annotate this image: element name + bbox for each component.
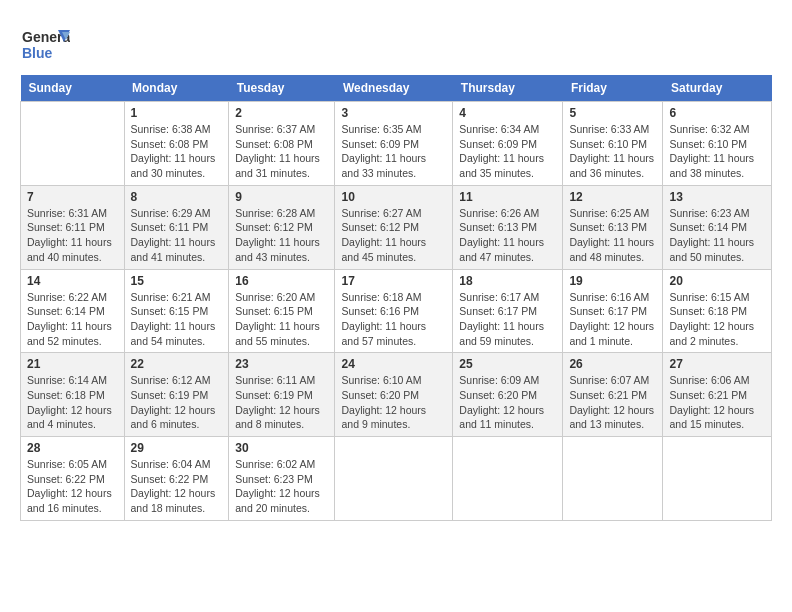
day-number: 13	[669, 190, 765, 204]
calendar-cell: 12Sunrise: 6:25 AMSunset: 6:13 PMDayligh…	[563, 185, 663, 269]
calendar-cell: 23Sunrise: 6:11 AMSunset: 6:19 PMDayligh…	[229, 353, 335, 437]
calendar-cell: 9Sunrise: 6:28 AMSunset: 6:12 PMDaylight…	[229, 185, 335, 269]
calendar-cell: 4Sunrise: 6:34 AMSunset: 6:09 PMDaylight…	[453, 102, 563, 186]
calendar-cell: 29Sunrise: 6:04 AMSunset: 6:22 PMDayligh…	[124, 437, 229, 521]
day-number: 23	[235, 357, 328, 371]
day-number: 18	[459, 274, 556, 288]
day-number: 27	[669, 357, 765, 371]
logo: General Blue	[20, 20, 70, 65]
calendar-cell: 13Sunrise: 6:23 AMSunset: 6:14 PMDayligh…	[663, 185, 772, 269]
calendar-cell: 5Sunrise: 6:33 AMSunset: 6:10 PMDaylight…	[563, 102, 663, 186]
day-detail: Sunrise: 6:20 AMSunset: 6:15 PMDaylight:…	[235, 290, 328, 349]
day-number: 14	[27, 274, 118, 288]
day-detail: Sunrise: 6:05 AMSunset: 6:22 PMDaylight:…	[27, 457, 118, 516]
day-detail: Sunrise: 6:23 AMSunset: 6:14 PMDaylight:…	[669, 206, 765, 265]
day-number: 29	[131, 441, 223, 455]
day-detail: Sunrise: 6:10 AMSunset: 6:20 PMDaylight:…	[341, 373, 446, 432]
day-number: 6	[669, 106, 765, 120]
calendar-cell	[663, 437, 772, 521]
calendar-cell: 21Sunrise: 6:14 AMSunset: 6:18 PMDayligh…	[21, 353, 125, 437]
calendar-cell: 24Sunrise: 6:10 AMSunset: 6:20 PMDayligh…	[335, 353, 453, 437]
calendar-week-5: 28Sunrise: 6:05 AMSunset: 6:22 PMDayligh…	[21, 437, 772, 521]
day-number: 7	[27, 190, 118, 204]
day-number: 17	[341, 274, 446, 288]
calendar-cell: 2Sunrise: 6:37 AMSunset: 6:08 PMDaylight…	[229, 102, 335, 186]
calendar-cell: 11Sunrise: 6:26 AMSunset: 6:13 PMDayligh…	[453, 185, 563, 269]
calendar-cell: 22Sunrise: 6:12 AMSunset: 6:19 PMDayligh…	[124, 353, 229, 437]
day-number: 16	[235, 274, 328, 288]
calendar-table: SundayMondayTuesdayWednesdayThursdayFrid…	[20, 75, 772, 521]
day-number: 10	[341, 190, 446, 204]
calendar-cell: 3Sunrise: 6:35 AMSunset: 6:09 PMDaylight…	[335, 102, 453, 186]
calendar-cell: 14Sunrise: 6:22 AMSunset: 6:14 PMDayligh…	[21, 269, 125, 353]
day-number: 4	[459, 106, 556, 120]
day-detail: Sunrise: 6:27 AMSunset: 6:12 PMDaylight:…	[341, 206, 446, 265]
day-number: 9	[235, 190, 328, 204]
weekday-header-thursday: Thursday	[453, 75, 563, 102]
day-detail: Sunrise: 6:11 AMSunset: 6:19 PMDaylight:…	[235, 373, 328, 432]
calendar-cell	[453, 437, 563, 521]
day-number: 22	[131, 357, 223, 371]
day-detail: Sunrise: 6:04 AMSunset: 6:22 PMDaylight:…	[131, 457, 223, 516]
day-detail: Sunrise: 6:22 AMSunset: 6:14 PMDaylight:…	[27, 290, 118, 349]
weekday-header-wednesday: Wednesday	[335, 75, 453, 102]
calendar-cell: 1Sunrise: 6:38 AMSunset: 6:08 PMDaylight…	[124, 102, 229, 186]
day-number: 24	[341, 357, 446, 371]
day-number: 3	[341, 106, 446, 120]
day-number: 8	[131, 190, 223, 204]
calendar-cell: 30Sunrise: 6:02 AMSunset: 6:23 PMDayligh…	[229, 437, 335, 521]
day-detail: Sunrise: 6:02 AMSunset: 6:23 PMDaylight:…	[235, 457, 328, 516]
weekday-header-tuesday: Tuesday	[229, 75, 335, 102]
calendar-cell	[563, 437, 663, 521]
day-detail: Sunrise: 6:06 AMSunset: 6:21 PMDaylight:…	[669, 373, 765, 432]
calendar-cell: 27Sunrise: 6:06 AMSunset: 6:21 PMDayligh…	[663, 353, 772, 437]
day-number: 25	[459, 357, 556, 371]
day-detail: Sunrise: 6:34 AMSunset: 6:09 PMDaylight:…	[459, 122, 556, 181]
day-detail: Sunrise: 6:21 AMSunset: 6:15 PMDaylight:…	[131, 290, 223, 349]
day-number: 15	[131, 274, 223, 288]
day-detail: Sunrise: 6:32 AMSunset: 6:10 PMDaylight:…	[669, 122, 765, 181]
calendar-week-1: 1Sunrise: 6:38 AMSunset: 6:08 PMDaylight…	[21, 102, 772, 186]
day-number: 12	[569, 190, 656, 204]
day-detail: Sunrise: 6:26 AMSunset: 6:13 PMDaylight:…	[459, 206, 556, 265]
day-detail: Sunrise: 6:16 AMSunset: 6:17 PMDaylight:…	[569, 290, 656, 349]
calendar-cell: 19Sunrise: 6:16 AMSunset: 6:17 PMDayligh…	[563, 269, 663, 353]
day-number: 28	[27, 441, 118, 455]
calendar-cell: 16Sunrise: 6:20 AMSunset: 6:15 PMDayligh…	[229, 269, 335, 353]
calendar-week-4: 21Sunrise: 6:14 AMSunset: 6:18 PMDayligh…	[21, 353, 772, 437]
day-detail: Sunrise: 6:33 AMSunset: 6:10 PMDaylight:…	[569, 122, 656, 181]
day-detail: Sunrise: 6:09 AMSunset: 6:20 PMDaylight:…	[459, 373, 556, 432]
day-number: 30	[235, 441, 328, 455]
day-detail: Sunrise: 6:17 AMSunset: 6:17 PMDaylight:…	[459, 290, 556, 349]
calendar-cell	[335, 437, 453, 521]
calendar-cell: 6Sunrise: 6:32 AMSunset: 6:10 PMDaylight…	[663, 102, 772, 186]
page-header: General Blue	[20, 20, 772, 65]
day-detail: Sunrise: 6:12 AMSunset: 6:19 PMDaylight:…	[131, 373, 223, 432]
day-detail: Sunrise: 6:29 AMSunset: 6:11 PMDaylight:…	[131, 206, 223, 265]
day-number: 2	[235, 106, 328, 120]
day-detail: Sunrise: 6:35 AMSunset: 6:09 PMDaylight:…	[341, 122, 446, 181]
svg-text:Blue: Blue	[22, 45, 53, 61]
day-number: 19	[569, 274, 656, 288]
calendar-cell: 17Sunrise: 6:18 AMSunset: 6:16 PMDayligh…	[335, 269, 453, 353]
weekday-header-row: SundayMondayTuesdayWednesdayThursdayFrid…	[21, 75, 772, 102]
day-detail: Sunrise: 6:25 AMSunset: 6:13 PMDaylight:…	[569, 206, 656, 265]
calendar-cell: 15Sunrise: 6:21 AMSunset: 6:15 PMDayligh…	[124, 269, 229, 353]
calendar-cell: 25Sunrise: 6:09 AMSunset: 6:20 PMDayligh…	[453, 353, 563, 437]
weekday-header-friday: Friday	[563, 75, 663, 102]
day-detail: Sunrise: 6:18 AMSunset: 6:16 PMDaylight:…	[341, 290, 446, 349]
calendar-week-3: 14Sunrise: 6:22 AMSunset: 6:14 PMDayligh…	[21, 269, 772, 353]
weekday-header-monday: Monday	[124, 75, 229, 102]
day-number: 26	[569, 357, 656, 371]
day-number: 5	[569, 106, 656, 120]
calendar-cell: 18Sunrise: 6:17 AMSunset: 6:17 PMDayligh…	[453, 269, 563, 353]
calendar-cell: 20Sunrise: 6:15 AMSunset: 6:18 PMDayligh…	[663, 269, 772, 353]
day-detail: Sunrise: 6:28 AMSunset: 6:12 PMDaylight:…	[235, 206, 328, 265]
weekday-header-sunday: Sunday	[21, 75, 125, 102]
calendar-week-2: 7Sunrise: 6:31 AMSunset: 6:11 PMDaylight…	[21, 185, 772, 269]
day-detail: Sunrise: 6:31 AMSunset: 6:11 PMDaylight:…	[27, 206, 118, 265]
day-number: 1	[131, 106, 223, 120]
day-detail: Sunrise: 6:07 AMSunset: 6:21 PMDaylight:…	[569, 373, 656, 432]
calendar-cell: 7Sunrise: 6:31 AMSunset: 6:11 PMDaylight…	[21, 185, 125, 269]
weekday-header-saturday: Saturday	[663, 75, 772, 102]
